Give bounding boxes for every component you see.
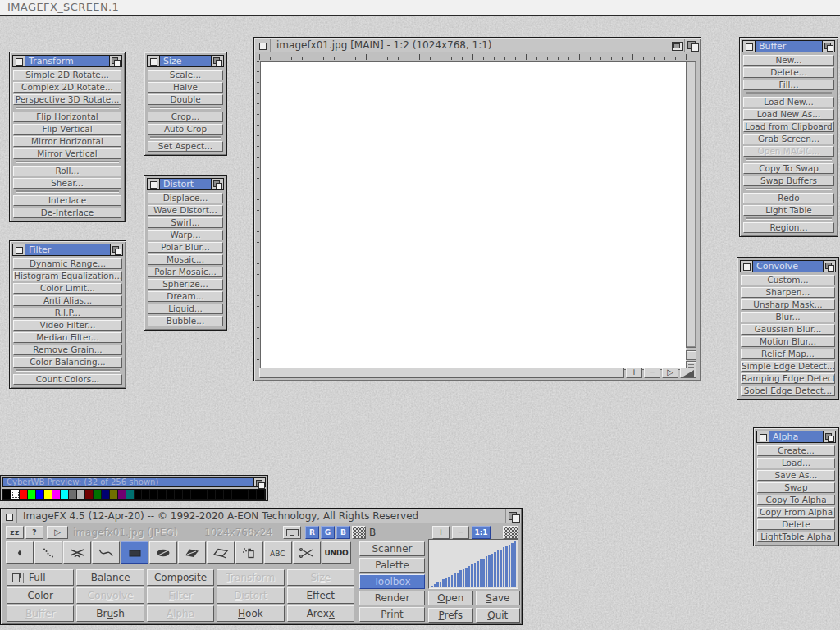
command-button[interactable]: Filter [147,587,214,604]
menu-button[interactable]: Polar Blur... [148,242,223,253]
scrollbar-gadget[interactable] [686,350,696,360]
curve-tool-button[interactable] [92,541,120,564]
close-icon[interactable] [2,509,17,523]
palette-swatch[interactable] [77,490,85,499]
palette-swatch[interactable] [232,490,240,499]
filter-titlebar[interactable]: Filter [12,244,123,256]
menu-button[interactable]: LightTable Alpha [757,532,835,542]
close-icon[interactable] [148,56,160,66]
command-button[interactable]: Distort [217,587,284,604]
depth-icon[interactable] [211,179,223,189]
sleep-button[interactable]: zz [6,526,24,539]
palette-titlebar[interactable]: CyberWB Preview: (32 of 256 shown) [2,477,266,487]
line-tool-button[interactable] [63,541,91,564]
menu-button[interactable]: Halve [148,82,223,93]
channel-button[interactable]: R [305,526,319,539]
palette-swatch[interactable] [126,490,135,499]
palette-swatch[interactable] [191,490,199,499]
command-button[interactable]: Balance [76,569,144,586]
image-canvas[interactable] [260,61,687,370]
menu-button[interactable]: Grab Screen... [743,134,834,144]
palette-swatch[interactable] [3,490,11,499]
image-window-titlebar[interactable]: imagefx01.jpg [MAIN] - 1:2 (1024x768, 1:… [255,39,700,52]
menu-button[interactable]: Scale... [148,70,223,80]
palette-swatch[interactable] [102,490,110,499]
menu-button[interactable]: Load... [757,458,835,468]
menu-button[interactable]: Color Balancing... [13,357,122,368]
command-button[interactable]: Full [7,569,74,586]
transform-titlebar[interactable]: Transform [12,55,122,67]
play-macro-button[interactable]: ▷ [47,526,68,539]
side-button[interactable]: Scanner [359,541,425,556]
screen-titlebar[interactable]: IMAGEFX_SCREEN.1 [0,0,840,16]
menu-button[interactable]: Open MAGIC... [743,146,834,157]
zoom-ramp-button[interactable] [680,368,696,378]
menu-button[interactable]: Flip Horizontal [13,112,121,122]
menu-button[interactable]: Polar Mosaic... [148,267,223,277]
menu-button[interactable]: Load from Clipboard [743,121,834,132]
side-button[interactable]: Palette [359,558,425,573]
menu-button[interactable]: Delete... [743,67,834,78]
depth-icon[interactable] [505,509,521,523]
menu-button[interactable]: Anti Alias... [13,295,122,306]
depth-icon[interactable] [822,41,834,52]
close-icon[interactable] [148,179,160,189]
menu-button[interactable]: Sharpen... [741,287,835,298]
menu-button[interactable]: Copy To Alpha [757,495,835,505]
menu-button[interactable]: Unsharp Mask... [741,299,835,310]
palette-swatch[interactable] [118,490,126,499]
vertical-scrollbar[interactable] [686,61,696,348]
menu-button[interactable]: Swap Buffers [743,176,834,186]
menu-button[interactable]: Perspective 3D Rotate... [13,94,121,105]
menu-button[interactable]: Roll... [13,166,121,176]
close-icon[interactable] [13,56,25,66]
action-button[interactable]: Prefs [428,608,473,623]
zoom-in-button[interactable]: + [626,368,642,378]
buffer-titlebar[interactable]: Buffer [742,40,835,52]
palette-swatch[interactable] [240,490,249,499]
menu-button[interactable]: Set Aspect... [148,141,223,152]
palette-swatch[interactable] [167,490,175,499]
screen-mode-button[interactable] [283,526,301,539]
menu-button[interactable]: Auto Crop [148,124,223,135]
menu-button[interactable]: Mirror Vertical [13,148,121,159]
menu-button[interactable]: Interlace [13,195,121,206]
menu-button[interactable]: Simple Edge Detect... [741,361,835,372]
side-button[interactable]: Print [359,607,425,622]
help-button[interactable]: ? [25,526,43,539]
airbrush-tool-button[interactable] [34,541,62,564]
channel-button[interactable]: B [336,526,350,539]
palette-swatch[interactable] [85,490,94,499]
command-button[interactable]: Hook [217,605,284,622]
menu-button[interactable]: De-Interlace [13,208,121,218]
zoom-out-button[interactable]: − [644,368,660,378]
palette-swatch[interactable] [28,490,36,499]
menu-button[interactable]: Simple 2D Rotate... [13,70,121,80]
palette-swatch[interactable] [69,490,77,499]
command-button[interactable]: Buffer [7,605,74,622]
palette-swatch[interactable] [216,490,224,499]
menu-button[interactable]: Shear... [13,178,121,189]
depth-icon[interactable] [684,39,700,52]
menu-button[interactable]: Copy From Alpha [757,507,835,518]
command-button[interactable]: Color [7,587,74,604]
menu-button[interactable]: Mosaic... [148,254,223,265]
side-button[interactable]: Render [359,591,425,605]
menu-button[interactable]: R.I.P... [13,308,122,318]
action-button[interactable]: Save [476,591,521,605]
palette-swatch[interactable] [158,490,167,499]
palette-swatch[interactable] [11,490,20,499]
menu-button[interactable]: Region... [743,222,834,233]
filled-polygon-tool-button[interactable] [178,541,206,564]
undo-button[interactable]: UNDO [322,541,351,564]
command-button[interactable]: Composite [147,569,214,586]
menu-button[interactable]: Count Colors... [13,374,122,385]
zoom-in-button[interactable]: + [432,526,450,539]
channel-button[interactable]: G [321,526,335,539]
palette-swatch[interactable] [175,490,183,499]
menu-button[interactable]: Light Table [743,205,834,216]
menu-button[interactable]: Wave Distort... [148,205,223,216]
menu-button[interactable]: Ramping Edge Detect [741,373,835,384]
palette-swatch[interactable] [135,490,143,499]
action-button[interactable]: Quit [476,608,521,623]
